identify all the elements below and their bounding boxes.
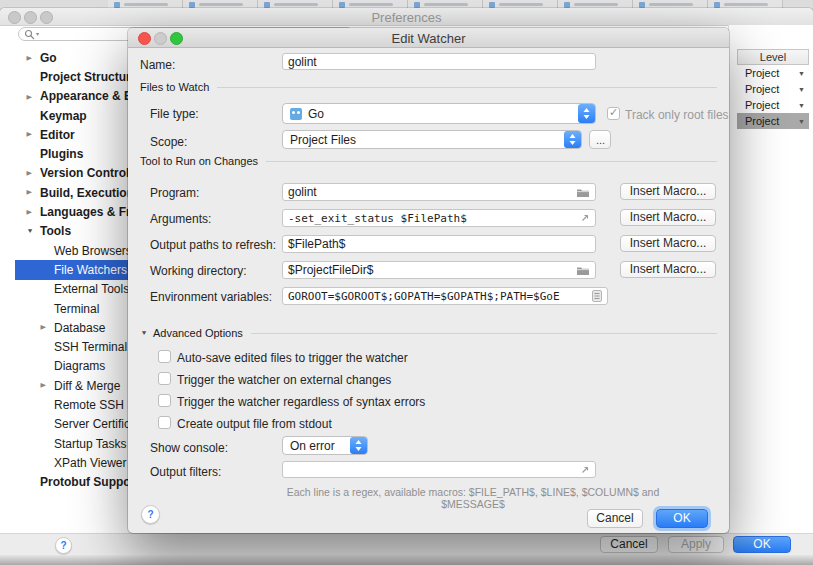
dialog-titlebar: Edit Watcher (128, 28, 729, 48)
preferences-help-button[interactable]: ? (55, 537, 72, 554)
sidebar-item-label: Protobuf Support (40, 475, 139, 489)
working-directory-label: Working directory: (150, 264, 246, 278)
collapse-arrow-icon[interactable]: ▼ (140, 329, 147, 336)
dialog-help-button[interactable]: ? (141, 505, 160, 524)
edit-watcher-dialog: Edit Watcher Name: golint Files to Watch… (128, 28, 729, 533)
dialog-cancel-button[interactable]: Cancel (587, 509, 643, 528)
dropdown-arrow-icon[interactable]: ▼ (798, 70, 805, 77)
level-column-header[interactable]: Level (737, 49, 809, 65)
sidebar-item-label: Version Control (40, 166, 129, 180)
dropdown-arrow-icon[interactable]: ▼ (798, 118, 805, 125)
expand-arrow-icon[interactable]: ▶ (27, 54, 37, 61)
preferences-cancel-button[interactable]: Cancel (600, 536, 658, 553)
sidebar-item-label: Startup Tasks (54, 437, 126, 451)
trigger-the-watcher-regardless-of-syntax-errors-checkbox[interactable] (158, 394, 171, 407)
advanced-options-section-header[interactable]: ▼ Advanced Options (140, 327, 717, 339)
output-paths-to-refresh-row: Output paths to refresh:$FilePath$Insert… (140, 235, 716, 253)
collapse-arrow-icon[interactable]: ▼ (27, 228, 37, 235)
select-stepper-icon[interactable] (564, 131, 581, 148)
dropdown-arrow-icon[interactable]: ▼ (798, 86, 805, 93)
sidebar-item-label: Editor (40, 128, 75, 142)
create-output-file-from-stdout-checkbox[interactable] (158, 416, 171, 429)
sidebar-item-label: Tools (40, 224, 71, 238)
level-cell[interactable]: Project▼ (737, 113, 809, 129)
section-label: Files to Watch (140, 81, 209, 93)
dialog-title: Edit Watcher (128, 31, 729, 46)
sidebar-item-label: Project Structure (40, 70, 137, 84)
working-directory-row: Working directory:$ProjectFileDir$Insert… (140, 261, 716, 279)
expand-arrow-icon[interactable]: ▶ (41, 324, 51, 331)
trigger-the-watcher-on-external-changes-checkbox[interactable] (158, 372, 171, 385)
working-directory-value: $ProjectFileDir$ (288, 263, 572, 277)
folder-icon[interactable] (576, 265, 590, 276)
preferences-apply-button[interactable]: Apply (668, 536, 724, 553)
background-tab-icon (633, 0, 708, 8)
arguments-input[interactable]: -set_exit_status $FilePath$ (282, 209, 596, 227)
expand-field-icon[interactable] (580, 465, 590, 475)
select-stepper-icon[interactable] (578, 104, 595, 123)
output-paths-to-refresh-input[interactable]: $FilePath$ (282, 235, 596, 253)
arguments-insert-macro-button[interactable]: Insert Macro... (620, 209, 716, 226)
environment-variables-label: Environment variables: (150, 290, 272, 304)
search-filter-chevron-icon[interactable]: ▾ (36, 31, 39, 37)
working-directory-input[interactable]: $ProjectFileDir$ (282, 261, 596, 279)
search-icon (24, 29, 35, 40)
expand-arrow-icon[interactable]: ▶ (27, 93, 37, 100)
expand-arrow-icon[interactable]: ▶ (27, 189, 37, 196)
environment-variables-input[interactable]: GOROOT=$GOROOT$;GOPATH=$GOPATH$;PATH=$Go… (282, 287, 608, 305)
output-filters-input[interactable] (282, 461, 596, 478)
name-input[interactable]: golint (282, 53, 596, 70)
output-paths-to-refresh-label: Output paths to refresh: (150, 238, 276, 252)
arguments-label: Arguments: (150, 212, 211, 226)
sidebar-item-label: Keymap (40, 109, 87, 123)
sidebar-item-label: Plugins (40, 147, 83, 161)
output-filters-hint: Each line is a regex, available macros: … (258, 486, 688, 510)
file-type-select[interactable]: Go (282, 103, 596, 124)
dropdown-arrow-icon[interactable]: ▼ (798, 102, 805, 109)
environment-variables-row: Environment variables:GOROOT=$GOROOT$;GO… (140, 287, 716, 305)
show-console-label: Show console: (150, 441, 228, 455)
working-directory-insert-macro-button[interactable]: Insert Macro... (620, 261, 716, 278)
files-to-watch-section-header: Files to Watch (140, 81, 717, 93)
dialog-ok-button[interactable]: OK (656, 509, 708, 528)
sidebar-item-label: Diagrams (54, 359, 105, 373)
folder-icon[interactable] (576, 187, 590, 198)
scope-select[interactable]: Project Files (282, 130, 582, 149)
output-paths-to-refresh-insert-macro-button[interactable]: Insert Macro... (620, 235, 716, 252)
sidebar-item-label: Terminal (54, 302, 99, 316)
show-console-select[interactable]: On error (282, 436, 368, 455)
sidebar-item-label: Diff & Merge (54, 379, 120, 393)
track-only-root-files-checkbox[interactable]: ✓ (607, 107, 620, 120)
background-tab-icon (333, 0, 408, 8)
name-label: Name: (140, 58, 175, 72)
program-insert-macro-button[interactable]: Insert Macro... (620, 183, 716, 200)
level-cell[interactable]: Project▼ (737, 65, 809, 81)
tool-settings-rows: Program:golintInsert Macro...Arguments:-… (140, 183, 716, 313)
background-tab-icon (558, 0, 633, 8)
sidebar-item-label: File Watchers (54, 263, 127, 277)
background-tab-icon (183, 0, 258, 8)
level-value: Project (745, 67, 779, 79)
auto-save-edited-files-to-trigger-the-watcher-checkbox[interactable] (158, 350, 171, 363)
section-label: Advanced Options (153, 327, 243, 339)
program-input[interactable]: golint (282, 183, 596, 201)
expand-arrow-icon[interactable]: ▶ (27, 170, 37, 177)
background-tab-icon (708, 0, 783, 8)
trigger-the-watcher-on-external-changes-label: Trigger the watcher on external changes (177, 373, 391, 387)
level-cell[interactable]: Project▼ (737, 97, 809, 113)
trigger-the-watcher-regardless-of-syntax-errors-label: Trigger the watcher regardless of syntax… (177, 395, 425, 409)
level-value: Project (745, 99, 779, 111)
scope-browse-button[interactable]: ... (589, 130, 611, 149)
level-cell[interactable]: Project▼ (737, 81, 809, 97)
environment-variables-value: GOROOT=$GOROOT$;GOPATH=$GOPATH$;PATH=$Go… (288, 290, 588, 303)
expand-arrow-icon[interactable]: ▶ (27, 131, 37, 138)
select-stepper-icon[interactable] (350, 437, 367, 454)
preferences-titlebar: Preferences (0, 8, 813, 26)
expand-arrow-icon[interactable]: ▶ (41, 382, 51, 389)
expand-arrow-icon[interactable]: ▶ (27, 208, 37, 215)
expand-icon[interactable] (580, 213, 590, 223)
sidebar-item-label: Web Browsers (54, 244, 132, 258)
list-icon[interactable] (592, 290, 602, 302)
preferences-ok-button[interactable]: OK (733, 536, 791, 553)
auto-save-edited-files-to-trigger-the-watcher-label: Auto-save edited files to trigger the wa… (177, 351, 408, 365)
